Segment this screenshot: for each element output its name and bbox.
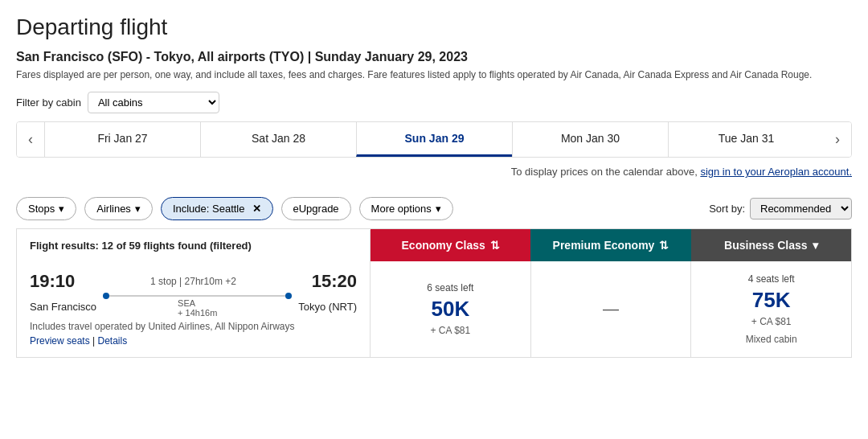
airlines-chevron-icon: ▾ (135, 203, 141, 215)
route-line: San Francisco (SFO) - Tokyo, All airport… (16, 50, 852, 64)
date-fri-jan-27[interactable]: Fri Jan 27 (44, 122, 200, 157)
premium-column-header[interactable]: Premium Economy ⇅ (530, 229, 690, 261)
economy-column-header[interactable]: Economy Class ⇅ (371, 229, 530, 261)
stop-info: 1 stop | 27hr10m +2 (81, 276, 305, 287)
results-header: Flight results: 12 of 59 flights found (… (16, 228, 852, 261)
sort-section: Sort by: Recommended Price Duration (709, 198, 852, 220)
sort-select[interactable]: Recommended Price Duration (750, 198, 852, 220)
date-navigation: ‹ Fri Jan 27 Sat Jan 28 Sun Jan 29 Mon J… (16, 121, 852, 158)
premium-unavailable: — (603, 300, 619, 318)
stops-chevron-icon: ▾ (59, 203, 64, 215)
more-options-filter-button[interactable]: More options ▾ (359, 197, 453, 220)
business-seats-left: 4 seats left (748, 273, 795, 285)
filter-cabin-label: Filter by cabin (16, 96, 81, 109)
page-title: Departing flight (16, 14, 852, 40)
economy-seats-left: 6 seats left (427, 282, 473, 293)
details-link[interactable]: Details (98, 335, 128, 347)
flight-times: 19:10 1 stop | 27hr10m +2 15:20 (30, 271, 357, 292)
business-column-header[interactable]: Business Class ▾ (691, 229, 851, 261)
aeroplan-signin-link[interactable]: sign in to your Aeroplan account. (700, 166, 852, 178)
flight-links: Preview seats | Details (30, 335, 357, 347)
business-points: 75K (752, 288, 791, 313)
cabin-filter-select[interactable]: All cabins Economy Premium Economy Busin… (88, 92, 219, 113)
results-count: Flight results: 12 of 59 flights found (… (17, 230, 371, 261)
flight-route: San Francisco SEA + 14h16m Tokyo (NRT) (30, 295, 357, 318)
operated-by: Includes travel operated by United Airli… (30, 321, 357, 332)
date-sun-jan-29[interactable]: Sun Jan 29 (356, 122, 512, 157)
mixed-cabin-label: Mixed cabin (746, 334, 797, 345)
route-bar: SEA + 14h16m (103, 295, 292, 318)
include-seattle-filter-button[interactable]: Include: Seattle ✕ (161, 197, 273, 220)
departure-time: 19:10 (30, 271, 75, 292)
economy-points: 50K (431, 297, 469, 322)
date-sat-jan-28[interactable]: Sat Jan 28 (200, 122, 356, 157)
dest-dot (285, 293, 292, 299)
fare-note: Fares displayed are per person, one way,… (16, 69, 852, 80)
aeroplan-note: To display prices on the calendar above,… (16, 166, 852, 178)
departure-city: San Francisco (30, 301, 96, 313)
flight-row: 19:10 1 stop | 27hr10m +2 15:20 San Fran… (16, 261, 852, 358)
premium-fare-cell[interactable]: — (531, 261, 692, 357)
eupgrade-filter-button[interactable]: eUpgrade (281, 197, 351, 220)
economy-cash: + CA $81 (430, 325, 470, 336)
date-mon-jan-30[interactable]: Mon Jan 30 (512, 122, 668, 157)
prev-date-button[interactable]: ‹ (17, 122, 44, 157)
business-cash: + CA $81 (751, 316, 792, 327)
sort-label: Sort by: (709, 203, 745, 215)
arrival-city: Tokyo (NRT) (298, 301, 357, 313)
economy-sort-icon: ⇅ (490, 239, 500, 252)
economy-fare-cell[interactable]: 6 seats left 50K + CA $81 (371, 261, 531, 357)
arrival-time: 15:20 (312, 271, 357, 292)
business-chevron-icon: ▾ (813, 239, 818, 252)
business-fare-cell[interactable]: 4 seats left 75K + CA $81 Mixed cabin (691, 261, 851, 357)
origin-dot (103, 293, 109, 299)
filter-cabin-section: Filter by cabin All cabins Economy Premi… (16, 92, 852, 113)
flight-info: 19:10 1 stop | 27hr10m +2 15:20 San Fran… (17, 261, 371, 357)
more-options-chevron-icon: ▾ (436, 203, 441, 215)
filters-bar: Stops ▾ Airlines ▾ Include: Seattle ✕ eU… (16, 189, 852, 228)
premium-sort-icon: ⇅ (659, 239, 669, 252)
include-seattle-close-icon[interactable]: ✕ (252, 203, 261, 215)
stop-via-label: SEA + 14h16m (178, 298, 217, 318)
next-date-button[interactable]: › (824, 122, 851, 157)
airlines-filter-button[interactable]: Airlines ▾ (84, 197, 153, 220)
preview-seats-link[interactable]: Preview seats (30, 335, 90, 347)
date-tue-jan-31[interactable]: Tue Jan 31 (668, 122, 824, 157)
stops-filter-button[interactable]: Stops ▾ (16, 197, 76, 220)
